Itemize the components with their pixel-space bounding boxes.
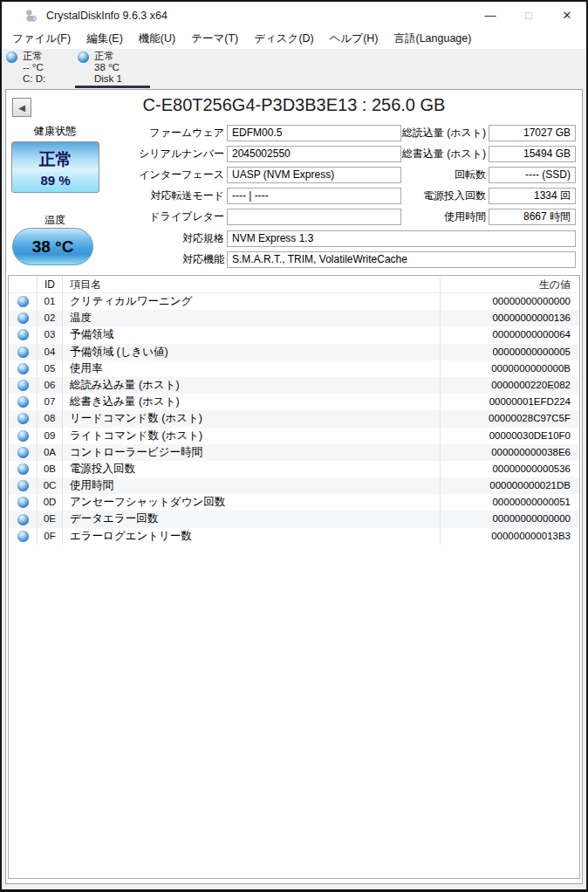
tab-drive-name: Disk 1 — [94, 73, 122, 85]
status-orb-icon — [17, 312, 29, 324]
status-orb-icon — [17, 296, 29, 307]
status-orb-icon — [17, 480, 29, 491]
main-panel: ◀ C-E80T256G4-P3D3B3E13 : 256.0 GB 健康状態 … — [5, 89, 583, 884]
status-orb-icon — [17, 463, 29, 475]
features-value: S.M.A.R.T., TRIM, VolatileWriteCache — [227, 251, 576, 268]
tab-temperature: 38 °C — [94, 62, 122, 73]
minimize-button[interactable]: — — [471, 2, 509, 29]
table-row[interactable]: 04 予備領域 (しきい値) 00000000000005 — [9, 344, 579, 360]
app-icon — [24, 9, 39, 23]
menu-edit[interactable]: 編集(E) — [79, 30, 131, 48]
menu-theme[interactable]: テーマ(T) — [183, 30, 246, 48]
total-reads-label: 総読込量 (ホスト) — [268, 125, 486, 141]
table-row[interactable]: 0E データエラー回数 00000000000000 — [9, 511, 579, 527]
table-row[interactable]: 0F エラーログエントリー数 000000000013B3 — [9, 528, 579, 545]
table-row[interactable]: 07 総書き込み量 (ホスト) 00000001EFD224 — [9, 394, 579, 410]
smart-attribute-table: ID 項目名 生の値 01 クリティカルワーニング 00000000000000… — [8, 275, 580, 879]
total-writes-value: 15494 GB — [489, 146, 576, 162]
table-row[interactable]: 0D アンセーフシャットダウン回数 00000000000051 — [9, 494, 579, 511]
standard-value: NVM Express 1.3 — [227, 230, 576, 247]
menu-disk[interactable]: ディスク(D) — [246, 30, 322, 48]
drive-tab-strip: 正常 -- °C C: D: 正常 38 °C Disk 1 — [2, 49, 586, 89]
status-orb-icon — [17, 347, 29, 358]
table-row[interactable]: 08 リードコマンド数 (ホスト) 00000028C97C5F — [9, 410, 579, 427]
tab-drive-name: C: D: — [23, 73, 45, 85]
menu-function[interactable]: 機能(U) — [131, 30, 183, 48]
power-on-hours-label: 使用時間 — [268, 209, 486, 225]
app-window: CrystalDiskInfo 9.6.3 x64 — □ ✕ ファイル(F) … — [0, 0, 588, 892]
disk-title: C-E80T256G4-P3D3B3E13 : 256.0 GB — [6, 95, 582, 115]
table-row[interactable]: 09 ライトコマンド数 (ホスト) 00000030DE10F0 — [9, 428, 579, 444]
table-header: ID 項目名 生の値 — [9, 276, 579, 293]
features-label: 対応機能 — [6, 251, 224, 268]
tab-temperature: -- °C — [23, 62, 45, 73]
tab-health-status: 正常 — [94, 51, 122, 62]
window-title: CrystalDiskInfo 9.6.3 x64 — [46, 10, 168, 22]
status-orb-icon — [17, 497, 29, 508]
menu-bar: ファイル(F) 編集(E) 機能(U) テーマ(T) ディスク(D) ヘルプ(H… — [2, 29, 586, 49]
status-orb-icon — [17, 380, 29, 391]
title-bar: CrystalDiskInfo 9.6.3 x64 — □ ✕ — [2, 2, 586, 29]
header-name: 項目名 — [63, 276, 440, 292]
tab-health-status: 正常 — [23, 51, 45, 62]
table-row[interactable]: 03 予備領域 00000000000064 — [9, 326, 579, 343]
drive-tab-disk1[interactable]: 正常 38 °C Disk 1 — [75, 49, 150, 89]
status-orb-icon — [17, 447, 29, 458]
standard-label: 対応規格 — [6, 230, 224, 247]
table-row[interactable]: 02 温度 00000000000136 — [9, 310, 579, 326]
power-on-count-label: 電源投入回数 — [268, 188, 486, 204]
table-row[interactable]: 05 使用率 0000000000000B — [9, 360, 579, 377]
status-orb-icon — [17, 413, 29, 424]
total-reads-value: 17027 GB — [489, 125, 576, 141]
maximize-button[interactable]: □ — [509, 2, 548, 29]
drive-tab-cd[interactable]: 正常 -- °C C: D: — [3, 49, 73, 89]
menu-help[interactable]: ヘルプ(H) — [322, 30, 386, 48]
header-id: ID — [38, 276, 63, 292]
table-row[interactable]: 01 クリティカルワーニング 00000000000000 — [9, 293, 579, 310]
health-orb-icon — [6, 51, 17, 63]
status-orb-icon — [17, 430, 29, 442]
status-orb-icon — [17, 514, 29, 525]
status-orb-icon — [17, 531, 29, 542]
power-on-hours-value: 8667 時間 — [489, 209, 576, 225]
total-writes-label: 総書込量 (ホスト) — [268, 146, 486, 162]
power-on-count-value: 1334 回 — [489, 188, 576, 204]
menu-language[interactable]: 言語(Language) — [386, 30, 479, 48]
table-row[interactable]: 06 総読み込み量 (ホスト) 0000000220E082 — [9, 377, 579, 394]
table-row[interactable]: 0B 電源投入回数 00000000000536 — [9, 461, 579, 477]
status-orb-icon — [17, 396, 29, 408]
status-orb-icon — [17, 363, 29, 374]
menu-file[interactable]: ファイル(F) — [4, 30, 79, 48]
header-raw-value: 生の値 — [440, 276, 579, 292]
health-orb-icon — [78, 51, 89, 63]
rotation-rate-value: ---- (SSD) — [489, 167, 576, 183]
table-row[interactable]: 0A コントローラービジー時間 000000000038E6 — [9, 444, 579, 461]
rotation-rate-label: 回転数 — [268, 167, 486, 183]
table-row[interactable]: 0C 使用時間 000000000021DB — [9, 477, 579, 494]
close-button[interactable]: ✕ — [548, 2, 586, 29]
status-orb-icon — [17, 329, 29, 340]
